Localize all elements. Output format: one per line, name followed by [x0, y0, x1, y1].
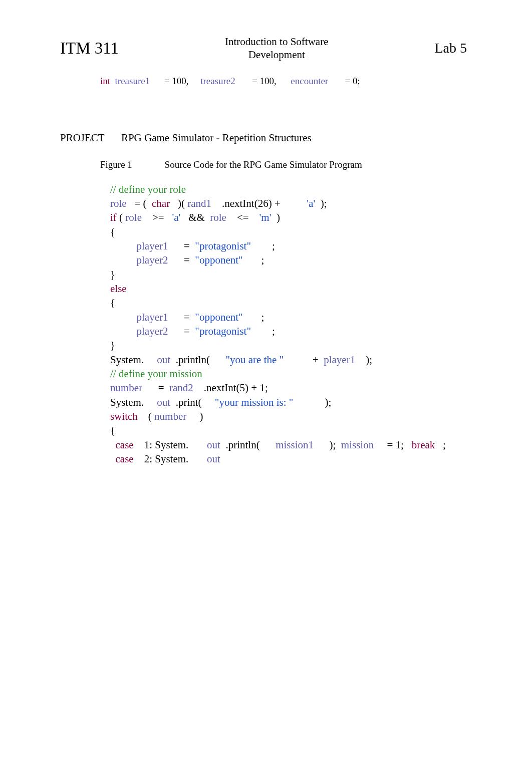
stmt-end-2: );: [366, 354, 372, 366]
op-and: &&: [188, 211, 205, 223]
course-title-line1: Introduction to Software: [225, 36, 328, 48]
op-eq-5: =: [158, 382, 164, 394]
brace-close-2: }: [110, 339, 115, 351]
keyword-case: case: [116, 439, 134, 451]
str-youare: "you are the ": [225, 354, 284, 366]
keyword-else: else: [110, 283, 127, 295]
semi-4: ;: [272, 325, 275, 337]
var-player2-b: player2: [137, 325, 168, 337]
var-number-b: number: [154, 410, 186, 422]
close-paren: ): [277, 211, 280, 223]
semi-2: ;: [261, 254, 264, 266]
semi-break: ;: [443, 439, 446, 451]
stmt-end: );: [321, 197, 327, 209]
field-out-3: out: [207, 439, 220, 451]
method-println-2: .println(: [225, 439, 259, 451]
var-treasure2: treasure2: [200, 76, 235, 86]
lit-0: 0;: [353, 76, 360, 86]
var-mission1: mission1: [276, 439, 314, 451]
figure-text: Source Code for the RPG Game Simulator P…: [165, 159, 362, 170]
close-open-paren: )(: [178, 197, 185, 209]
brace-open-2: {: [110, 297, 115, 309]
var-mission: mission: [341, 439, 374, 451]
var-role-cond: role: [125, 211, 142, 223]
keyword-case-2: case: [116, 453, 134, 465]
section-title: RPG Game Simulator - Repetition Structur…: [121, 132, 312, 144]
page: ITM 311 Introduction to Software Develop…: [0, 0, 532, 782]
semi: ;: [272, 240, 275, 252]
source-code-block: // define your role role = ( char )( ran…: [110, 182, 487, 466]
keyword-if: if: [110, 211, 117, 223]
op-eq-2: =: [184, 254, 190, 266]
var-rand1: rand1: [187, 197, 211, 209]
op-le: <=: [237, 211, 249, 223]
open-paren: (: [119, 211, 123, 223]
keyword-break: break: [412, 439, 435, 451]
semi-3: ;: [261, 311, 264, 323]
var-player1-c: player1: [324, 354, 355, 366]
var-role: role: [110, 197, 127, 209]
char-a-cond: 'a': [172, 211, 180, 223]
figure-label: Figure 1: [100, 159, 132, 170]
op-ge: >=: [152, 211, 164, 223]
keyword-char: char: [152, 197, 170, 209]
brace-close: }: [110, 269, 115, 281]
section-label: PROJECT: [60, 132, 105, 144]
figure-caption: Figure 1 Source Code for the RPG Game Si…: [100, 159, 487, 170]
var-treasure1: treasure1: [115, 76, 150, 86]
case-2-sys: 2: System.: [144, 453, 189, 465]
char-m: 'm': [259, 211, 272, 223]
var-role-cond2: role: [210, 211, 226, 223]
char-a: 'a': [307, 197, 315, 209]
variable-declaration-line: int treasure1 = 100, treasure2 = 100, en…: [100, 76, 487, 87]
lit-100a: 100,: [172, 76, 188, 86]
course-title-line2: Development: [248, 49, 305, 61]
var-player1: player1: [137, 240, 168, 252]
course-code: ITM 311: [60, 39, 119, 58]
var-rand2: rand2: [169, 382, 193, 394]
keyword-switch: switch: [110, 410, 138, 422]
section-heading: PROJECT RPG Game Simulator - Repetition …: [60, 132, 487, 144]
keyword-int: int: [100, 76, 110, 86]
op-eq-3: =: [184, 311, 190, 323]
var-player1-b: player1: [137, 311, 168, 323]
close-paren-semi: );: [330, 439, 336, 451]
sys-class: System.: [110, 354, 144, 366]
op-plus: +: [313, 354, 319, 366]
var-number: number: [110, 382, 142, 394]
brace-open: {: [110, 226, 115, 238]
var-player2: player2: [137, 254, 168, 266]
field-out-2: out: [157, 396, 170, 408]
method-nextint5: .nextInt(5) + 1;: [204, 382, 268, 394]
method-print: .print(: [176, 396, 202, 408]
assign-1: = 1;: [387, 439, 403, 451]
comment-mission: // define your mission: [110, 368, 202, 380]
method-println: .println(: [176, 354, 210, 366]
field-out-4: out: [207, 453, 220, 465]
op-assign-2: =: [252, 76, 257, 86]
op-eq-paren: = (: [134, 197, 146, 209]
op-assign-3: =: [345, 76, 350, 86]
sys-class-2: System.: [110, 396, 144, 408]
str-missionis: "your mission is: ": [215, 396, 294, 408]
str-opponent-b: "opponent": [195, 311, 242, 323]
brace-open-3: {: [110, 424, 115, 436]
page-header: ITM 311 Introduction to Software Develop…: [45, 35, 487, 62]
str-protagonist-b: "protagonist": [195, 325, 251, 337]
str-opponent: "opponent": [195, 254, 242, 266]
lit-100b: 100,: [260, 76, 277, 86]
open-paren-2: (: [148, 410, 152, 422]
op-assign: =: [164, 76, 170, 86]
lab-label: Lab 5: [434, 40, 467, 56]
close-paren-2: ): [199, 410, 203, 422]
str-protagonist: "protagonist": [195, 240, 251, 252]
course-title: Introduction to Software Development: [119, 35, 434, 62]
method-nextint26: .nextInt(26) +: [222, 197, 281, 209]
case-1-sys: 1: System.: [144, 439, 189, 451]
field-out: out: [157, 354, 170, 366]
comment-role: // define your role: [110, 183, 186, 195]
op-eq: =: [184, 240, 190, 252]
op-eq-4: =: [184, 325, 190, 337]
stmt-end-3: );: [325, 396, 331, 408]
var-encounter: encounter: [291, 76, 328, 86]
